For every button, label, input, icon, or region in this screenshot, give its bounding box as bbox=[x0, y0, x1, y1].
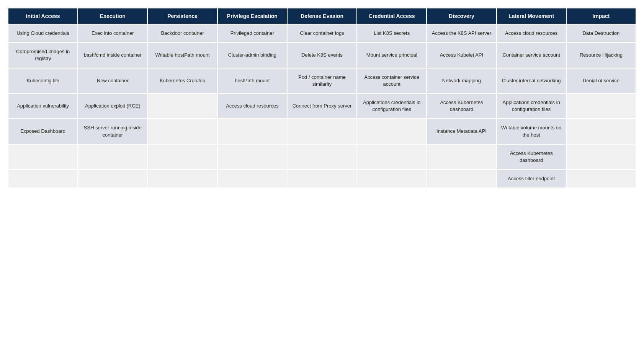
table-cell bbox=[217, 170, 287, 188]
table-cell bbox=[357, 144, 427, 170]
table-cell: Data Destruction bbox=[566, 24, 636, 42]
table-cell: Access the K8S API server bbox=[427, 24, 496, 42]
table-cell bbox=[147, 93, 217, 119]
table-cell: Kubernetes CronJob bbox=[147, 68, 217, 93]
table-cell bbox=[147, 170, 217, 188]
table-cell: Application exploit (RCE) bbox=[78, 93, 147, 119]
table-cell bbox=[427, 144, 496, 170]
table-cell: Application vulnerability bbox=[8, 93, 78, 119]
table-cell bbox=[287, 144, 357, 170]
table-cell: Access cloud resources bbox=[497, 24, 566, 42]
table-cell: Access Kubelet API bbox=[427, 42, 496, 68]
column-header-discovery: Discovery bbox=[427, 8, 496, 24]
table-row: Compromised images in registrybash/cmd i… bbox=[8, 42, 636, 68]
table-cell: Access container service account bbox=[357, 68, 427, 93]
table-cell: List K8S secrets bbox=[357, 24, 427, 42]
table-cell: Container service account bbox=[497, 42, 566, 68]
table-row: Using Cloud credentialsExec into contain… bbox=[8, 24, 636, 42]
table-cell: Exposed Dashboard bbox=[8, 119, 78, 144]
column-header-lateral-movement: Lateral Movement bbox=[497, 8, 566, 24]
table-cell bbox=[78, 170, 147, 188]
table-cell bbox=[566, 144, 636, 170]
table-cell: Applications credentials in configuratio… bbox=[357, 93, 427, 119]
table-cell: Privileged container bbox=[217, 24, 287, 42]
table-cell bbox=[357, 170, 427, 188]
table-cell bbox=[8, 144, 78, 170]
table-cell: Pod / container name similarity bbox=[287, 68, 357, 93]
column-header-initial-access: Initial Access bbox=[8, 8, 78, 24]
table-cell: Cluster-admin binding bbox=[217, 42, 287, 68]
table-cell bbox=[357, 119, 427, 144]
table-cell bbox=[566, 119, 636, 144]
table-cell bbox=[566, 170, 636, 188]
table-cell: Network mapping bbox=[427, 68, 496, 93]
table-cell: Clear container logs bbox=[287, 24, 357, 42]
table-cell: Writable hostPath mount bbox=[147, 42, 217, 68]
table-row: Access tiller endpoint bbox=[8, 170, 636, 188]
table-cell bbox=[8, 170, 78, 188]
table-row: Kubeconfig fileNew containerKubernetes C… bbox=[8, 68, 636, 93]
table-row: Exposed DashboardSSH server running insi… bbox=[8, 119, 636, 144]
table-cell: Resource Hijacking bbox=[566, 42, 636, 68]
table-cell: hostPath mount bbox=[217, 68, 287, 93]
table-cell: Access tiller endpoint bbox=[497, 170, 566, 188]
table-cell: Applications credentials in configuratio… bbox=[497, 93, 566, 119]
table-cell: Kubeconfig file bbox=[8, 68, 78, 93]
column-header-privilege-escalation: Privilege Escalation bbox=[217, 8, 287, 24]
table-cell: Connect from Proxy server bbox=[287, 93, 357, 119]
table-cell: Instance Metadata API bbox=[427, 119, 496, 144]
table-cell bbox=[78, 144, 147, 170]
table-row: Application vulnerabilityApplication exp… bbox=[8, 93, 636, 119]
column-header-credential-access: Credential Access bbox=[357, 8, 427, 24]
table-cell: Access cloud resources bbox=[217, 93, 287, 119]
attack-matrix-table: Initial AccessExecutionPersistencePrivil… bbox=[8, 8, 636, 188]
table-cell bbox=[147, 144, 217, 170]
table-cell bbox=[217, 144, 287, 170]
table-cell: Access Kubernetes dashboard bbox=[427, 93, 496, 119]
table-cell bbox=[287, 170, 357, 188]
table-cell: Access Kubernetes dashboard bbox=[497, 144, 566, 170]
table-cell bbox=[147, 119, 217, 144]
column-header-defense-evasion: Defense Evasion bbox=[287, 8, 357, 24]
column-header-impact: Impact bbox=[566, 8, 636, 24]
table-cell: SSH server running inside container bbox=[78, 119, 147, 144]
table-cell: New container bbox=[78, 68, 147, 93]
table-cell: bash/cmd inside container bbox=[78, 42, 147, 68]
table-cell: Mount service principal bbox=[357, 42, 427, 68]
table-cell bbox=[566, 93, 636, 119]
table-cell bbox=[287, 119, 357, 144]
table-cell: Cluster internal networking bbox=[497, 68, 566, 93]
table-row: Access Kubernetes dashboard bbox=[8, 144, 636, 170]
table-cell: Backdoor container bbox=[147, 24, 217, 42]
table-cell: Compromised images in registry bbox=[8, 42, 78, 68]
table-cell: Denial of service bbox=[566, 68, 636, 93]
table-cell: Using Cloud credentials bbox=[8, 24, 78, 42]
column-header-execution: Execution bbox=[78, 8, 147, 24]
table-cell: Delete K8S events bbox=[287, 42, 357, 68]
table-cell bbox=[217, 119, 287, 144]
table-cell: Writable volume mounts on the host bbox=[497, 119, 566, 144]
table-cell: Exec into container bbox=[78, 24, 147, 42]
column-header-persistence: Persistence bbox=[147, 8, 217, 24]
table-cell bbox=[427, 170, 496, 188]
